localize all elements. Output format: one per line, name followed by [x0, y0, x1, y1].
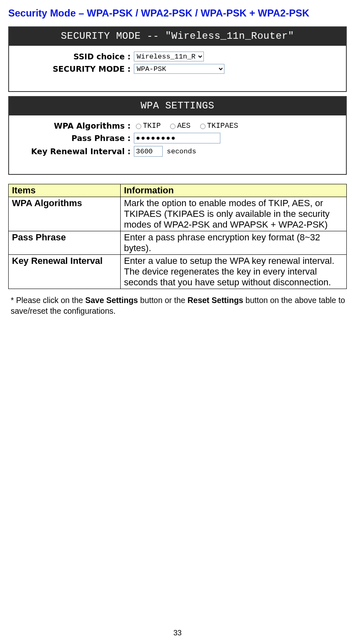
- footnote-text: * Please click on the: [11, 296, 85, 305]
- security-mode-panel-title: SECURITY MODE -- "Wireless_11n_Router": [9, 27, 346, 46]
- key-renewal-input[interactable]: [134, 146, 163, 157]
- security-mode-panel-body: SSID choice : Wireless_11n_Router SECURI…: [9, 46, 346, 91]
- security-mode-row: SECURITY MODE : WPA-PSK: [13, 64, 342, 74]
- ssid-select[interactable]: Wireless_11n_Router: [134, 52, 204, 61]
- cell-info: Enter a pass phrase encryption key forma…: [121, 231, 347, 255]
- aes-option[interactable]: AES: [168, 122, 190, 130]
- pass-phrase-input[interactable]: [134, 133, 220, 143]
- table-row: WPA Algorithms Mark the option to enable…: [9, 197, 347, 231]
- wpa-settings-panel: WPA SETTINGS WPA Algorithms : TKIP AES T…: [8, 96, 347, 175]
- aes-radio[interactable]: [170, 124, 175, 129]
- ssid-row: SSID choice : Wireless_11n_Router: [13, 52, 342, 61]
- header-items: Items: [9, 184, 121, 197]
- cell-item: Pass Phrase: [9, 231, 121, 255]
- footnote: * Please click on the Save Settings butt…: [11, 295, 347, 317]
- table-header-row: Items Information: [9, 184, 347, 197]
- pass-phrase-label: Pass Phrase :: [13, 134, 134, 143]
- tkip-label: TKIP: [143, 122, 161, 130]
- page-heading: Security Mode – WPA-PSK / WPA2-PSK / WPA…: [8, 7, 347, 19]
- footnote-text: button or the: [138, 296, 187, 305]
- security-mode-panel: SECURITY MODE -- "Wireless_11n_Router" S…: [8, 26, 347, 92]
- tkip-option[interactable]: TKIP: [134, 122, 161, 130]
- reset-settings-bold: Reset Settings: [187, 296, 243, 305]
- wpa-algorithms-row: WPA Algorithms : TKIP AES TKIPAES: [13, 121, 342, 130]
- wpa-settings-body: WPA Algorithms : TKIP AES TKIPAES Pass P…: [9, 115, 346, 174]
- header-information: Information: [121, 184, 347, 197]
- save-settings-bold: Save Settings: [85, 296, 138, 305]
- pass-phrase-row: Pass Phrase :: [13, 133, 342, 143]
- cell-item: Key Renewal Interval: [9, 255, 121, 289]
- key-renewal-row: Key Renewal Interval : seconds: [13, 146, 342, 157]
- table-row: Pass Phrase Enter a pass phrase encrypti…: [9, 231, 347, 255]
- cell-info: Enter a value to setup the WPA key renew…: [121, 255, 347, 289]
- security-mode-select[interactable]: WPA-PSK: [134, 64, 224, 74]
- security-mode-label: SECURITY MODE :: [13, 64, 134, 73]
- tkip-radio[interactable]: [136, 124, 141, 129]
- ssid-label: SSID choice :: [13, 52, 134, 61]
- cell-info: Mark the option to enable modes of TKIP,…: [121, 197, 347, 231]
- key-renewal-label: Key Renewal Interval :: [13, 147, 134, 156]
- seconds-unit: seconds: [167, 148, 196, 155]
- wpa-settings-title: WPA SETTINGS: [9, 97, 346, 115]
- aes-label: AES: [177, 122, 190, 130]
- tkipaes-option[interactable]: TKIPAES: [198, 122, 238, 130]
- tkipaes-radio[interactable]: [200, 124, 206, 129]
- wpa-algorithms-options: TKIP AES TKIPAES: [134, 122, 243, 130]
- cell-item: WPA Algorithms: [9, 197, 121, 231]
- wpa-algorithms-label: WPA Algorithms :: [13, 121, 134, 130]
- tkipaes-label: TKIPAES: [207, 122, 238, 130]
- table-row: Key Renewal Interval Enter a value to se…: [9, 255, 347, 289]
- info-table: Items Information WPA Algorithms Mark th…: [8, 184, 347, 289]
